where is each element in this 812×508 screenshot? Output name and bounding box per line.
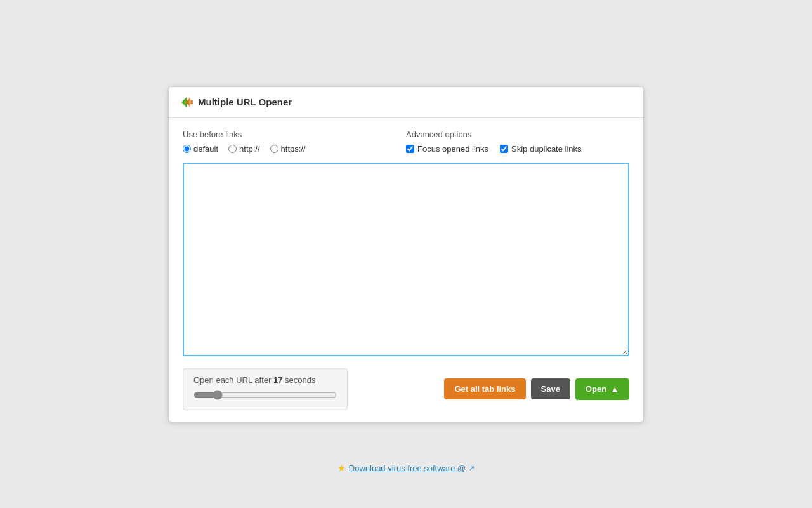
timer-slider[interactable] — [193, 390, 337, 400]
get-all-tab-links-button[interactable]: Get all tab links — [444, 378, 525, 399]
timer-text: Open each URL after 17 seconds — [193, 375, 337, 385]
radio-default-label: default — [193, 144, 218, 154]
use-before-links-label: Use before links — [183, 130, 406, 139]
advanced-options-col: Advanced options Focus opened links Skip… — [406, 130, 629, 154]
radio-group: default http:// https:// — [183, 144, 406, 154]
footer-link-text: Download virus free software @ — [349, 464, 466, 473]
radio-default[interactable]: default — [183, 144, 218, 154]
radio-https[interactable]: https:// — [270, 144, 306, 154]
panel-header: Multiple URL Opener — [169, 87, 643, 118]
app-icon — [180, 96, 193, 109]
timer-box: Open each URL after 17 seconds — [183, 368, 348, 410]
footer-download-link[interactable]: ★ Download virus free software @ ↗ — [337, 463, 475, 473]
timer-seconds: 17 — [273, 375, 282, 385]
options-row: Use before links default http:// http — [183, 130, 629, 154]
radio-default-input[interactable] — [183, 145, 191, 153]
external-link-icon: ↗ — [469, 464, 475, 472]
skip-duplicate-links-checkbox[interactable] — [500, 145, 508, 153]
main-panel: Multiple URL Opener Use before links def… — [168, 86, 644, 422]
skip-duplicate-links-label[interactable]: Skip duplicate links — [500, 144, 582, 154]
focus-opened-links-checkbox[interactable] — [406, 145, 414, 153]
action-buttons: Get all tab links Save Open ▲ — [444, 378, 629, 400]
footer-star-icon: ★ — [337, 463, 346, 473]
page-wrapper: Multiple URL Opener Use before links def… — [0, 0, 812, 508]
focus-opened-links-label[interactable]: Focus opened links — [406, 144, 488, 154]
skip-duplicate-links-text: Skip duplicate links — [511, 144, 582, 154]
radio-https-label: https:// — [281, 144, 306, 154]
focus-opened-links-text: Focus opened links — [417, 144, 488, 154]
bottom-row: Open each URL after 17 seconds Get all t… — [183, 368, 629, 410]
panel-body: Use before links default http:// http — [169, 118, 643, 422]
use-before-links-col: Use before links default http:// http — [183, 130, 406, 154]
checkbox-group: Focus opened links Skip duplicate links — [406, 144, 629, 154]
open-button-label: Open — [586, 384, 606, 394]
timer-label-before: Open each URL after — [193, 375, 271, 385]
save-button[interactable]: Save — [531, 378, 570, 399]
open-arrow-icon: ▲ — [610, 384, 619, 394]
advanced-options-label: Advanced options — [406, 130, 629, 139]
radio-http-input[interactable] — [228, 145, 237, 153]
radio-http-label: http:// — [239, 144, 260, 154]
radio-https-input[interactable] — [270, 145, 278, 153]
radio-http[interactable]: http:// — [228, 144, 260, 154]
url-textarea[interactable] — [183, 163, 629, 356]
app-title: Multiple URL Opener — [198, 97, 292, 107]
open-button[interactable]: Open ▲ — [575, 378, 629, 400]
timer-label-after: seconds — [285, 375, 315, 385]
